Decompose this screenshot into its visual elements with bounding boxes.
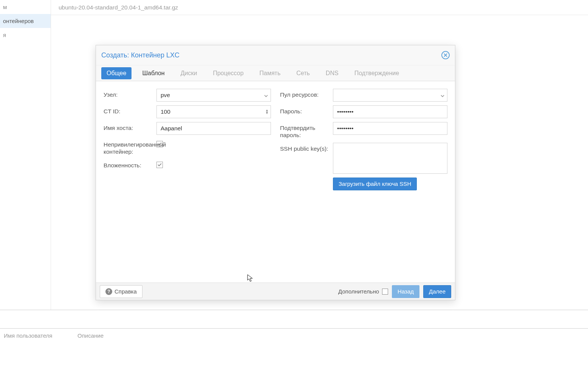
- tab-network: Сеть: [291, 67, 315, 79]
- col-username: Имя пользователя: [4, 332, 77, 383]
- template-filename: ubuntu-20.04-standard_20.04-1_amd64.tar.…: [59, 4, 178, 11]
- dialog-body: Узел: CT ID: ▲▼: [96, 81, 455, 283]
- password-input[interactable]: [333, 105, 447, 118]
- check-icon: [158, 142, 162, 146]
- ctid-input[interactable]: [156, 105, 271, 118]
- form-left-column: Узел: CT ID: ▲▼: [104, 89, 271, 275]
- sidebar-item: я: [0, 28, 51, 42]
- help-button[interactable]: ? Справка: [100, 285, 142, 298]
- next-button[interactable]: Далее: [423, 285, 451, 298]
- sidebar-item: м: [0, 0, 51, 14]
- tab-template[interactable]: Шаблон: [137, 67, 170, 79]
- confirm-password-input[interactable]: [333, 122, 447, 135]
- node-combo[interactable]: [156, 89, 271, 102]
- spinner-arrows-icon: ▲▼: [265, 109, 269, 114]
- background-content-header: ubuntu-20.04-standard_20.04-1_amd64.tar.…: [51, 0, 588, 15]
- unprivileged-checkbox[interactable]: [156, 141, 163, 147]
- nested-label: Вложенность:: [104, 159, 156, 169]
- ctid-label: CT ID:: [104, 105, 156, 115]
- close-button[interactable]: [441, 51, 450, 59]
- node-label: Узел:: [104, 89, 156, 98]
- hostname-label: Имя хоста:: [104, 122, 156, 131]
- background-bottom-strip: [0, 310, 588, 329]
- form-right-column: Пул ресурсов: Пароль: Подтвердить: [280, 89, 447, 275]
- pool-label: Пул ресурсов:: [280, 89, 333, 98]
- advanced-label: Дополнительно: [338, 288, 379, 295]
- ssh-key-label: SSH public key(s):: [280, 143, 333, 152]
- help-label: Справка: [115, 288, 137, 295]
- col-description: Описание: [77, 332, 104, 383]
- help-icon: ?: [105, 288, 112, 295]
- dialog-title: Создать: Контейнер LXC: [101, 51, 179, 59]
- nested-checkbox[interactable]: [156, 162, 163, 168]
- dialog-footer: ? Справка Дополнительно Назад Далее: [96, 283, 455, 300]
- check-icon: [158, 163, 162, 167]
- tab-memory: Память: [254, 67, 286, 79]
- background-bottom-table-header: Имя пользователя Описание: [0, 329, 588, 383]
- advanced-checkbox[interactable]: [382, 289, 388, 295]
- ssh-key-textarea[interactable]: [333, 143, 447, 174]
- back-button[interactable]: Назад: [392, 285, 419, 298]
- close-icon: [444, 53, 447, 57]
- advanced-toggle[interactable]: Дополнительно: [338, 288, 388, 295]
- unprivileged-label: Непривилегированный контейнер:: [104, 139, 156, 156]
- create-lxc-dialog: Создать: Контейнер LXC Общее Шаблон Диск…: [96, 45, 455, 300]
- dialog-header: Создать: Контейнер LXC: [96, 45, 455, 65]
- tab-disks: Диски: [175, 67, 203, 79]
- tab-dns: DNS: [320, 67, 344, 79]
- ctid-spinner[interactable]: ▲▼: [156, 105, 271, 118]
- pool-combo[interactable]: [333, 89, 447, 102]
- tab-cpu: Процессор: [207, 67, 249, 79]
- pool-input[interactable]: [333, 89, 447, 102]
- background-sidebar: м онтейнеров я: [0, 0, 51, 310]
- tab-general[interactable]: Общее: [101, 67, 132, 79]
- load-ssh-key-button[interactable]: Загрузить файл ключа SSH: [333, 178, 417, 190]
- password-label: Пароль:: [280, 105, 333, 115]
- sidebar-item: онтейнеров: [0, 14, 51, 28]
- wizard-tabs: Общее Шаблон Диски Процессор Память Сеть…: [96, 65, 455, 81]
- tab-confirm: Подтверждение: [349, 67, 404, 79]
- hostname-input[interactable]: [156, 122, 271, 135]
- confirm-password-label: Подтвердить пароль:: [280, 122, 333, 139]
- node-input[interactable]: [156, 89, 271, 102]
